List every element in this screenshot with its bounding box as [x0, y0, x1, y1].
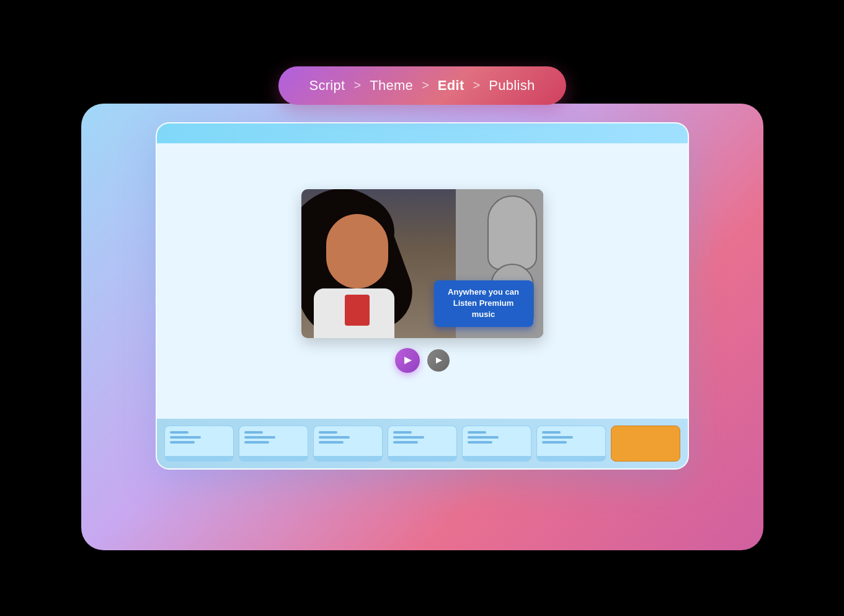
thumb-lines-4	[393, 431, 424, 444]
thumbnail-card-3[interactable]	[313, 426, 383, 462]
breadcrumb-sep-3: >	[473, 78, 481, 92]
breadcrumb-edit[interactable]: Edit	[438, 78, 464, 94]
play-controls	[395, 348, 450, 373]
breadcrumb: Script > Theme > Edit > Publish	[278, 66, 566, 105]
thumb-line	[170, 441, 195, 444]
thumb-line	[393, 441, 418, 444]
play-icon-secondary	[436, 357, 442, 364]
thumbnail-card-5[interactable]	[462, 426, 531, 462]
thumbnail-card-orange[interactable]	[611, 426, 680, 462]
thumbnail-card-6[interactable]	[536, 426, 606, 462]
thumb-lines-2	[244, 431, 275, 444]
thumb-lines-5	[468, 431, 499, 444]
photo-shirt-detail	[345, 295, 370, 326]
breadcrumb-sep-2: >	[422, 78, 429, 92]
preview-container[interactable]: Anywhere you can Listen Premium music	[301, 189, 543, 338]
device-frame: Anywhere you can Listen Premium music	[156, 122, 689, 470]
breadcrumb-publish[interactable]: Publish	[489, 78, 535, 94]
thumb-line	[319, 436, 350, 439]
device-content: Anywhere you can Listen Premium music	[157, 143, 688, 419]
thumb-lines-6	[542, 431, 573, 444]
preview-text-overlay: Anywhere you can Listen Premium music	[434, 280, 533, 327]
overlay-line2: Listen Premium music	[453, 298, 514, 319]
thumb-line	[170, 431, 189, 434]
thumb-line	[468, 441, 492, 444]
thumb-line	[542, 436, 573, 439]
breadcrumb-script[interactable]: Script	[309, 78, 345, 94]
thumb-line	[393, 431, 412, 434]
thumb-line	[468, 436, 499, 439]
play-button-primary[interactable]	[395, 348, 420, 373]
overlay-line1: Anywhere you can	[448, 287, 519, 297]
play-button-secondary[interactable]	[427, 349, 450, 372]
thumbnail-card-1[interactable]	[164, 426, 234, 462]
thumb-bottom-bar	[388, 456, 456, 461]
thumb-line	[244, 441, 269, 444]
thumb-bottom-bar	[314, 456, 382, 461]
thumb-line	[244, 436, 275, 439]
thumb-lines-1	[170, 431, 201, 444]
thumbnail-card-2[interactable]	[239, 426, 308, 462]
thumb-bottom-bar	[239, 456, 308, 461]
photo-face-oval	[326, 214, 388, 288]
breadcrumb-sep-1: >	[353, 78, 361, 92]
thumb-line	[542, 441, 567, 444]
device-top-bar	[157, 123, 688, 143]
photo-shirt	[314, 288, 394, 338]
thumbnail-card-4[interactable]	[388, 426, 457, 462]
thumb-line	[170, 436, 201, 439]
thumbnail-strip	[157, 419, 688, 468]
thumb-bottom-bar	[463, 456, 531, 461]
thumb-lines-3	[319, 431, 350, 444]
thumb-line	[542, 431, 561, 434]
sketch-figure-1	[487, 195, 537, 270]
outer-wrapper: Script > Theme > Edit > Publish	[81, 66, 763, 550]
thumb-line	[468, 431, 486, 434]
play-icon-primary	[404, 357, 412, 364]
thumb-line	[244, 431, 263, 434]
thumb-line	[319, 441, 344, 444]
thumb-bottom-bar	[165, 456, 233, 461]
thumb-line	[319, 431, 337, 434]
breadcrumb-theme[interactable]: Theme	[370, 78, 413, 94]
thumb-bottom-bar	[537, 456, 605, 461]
thumb-line	[393, 436, 424, 439]
